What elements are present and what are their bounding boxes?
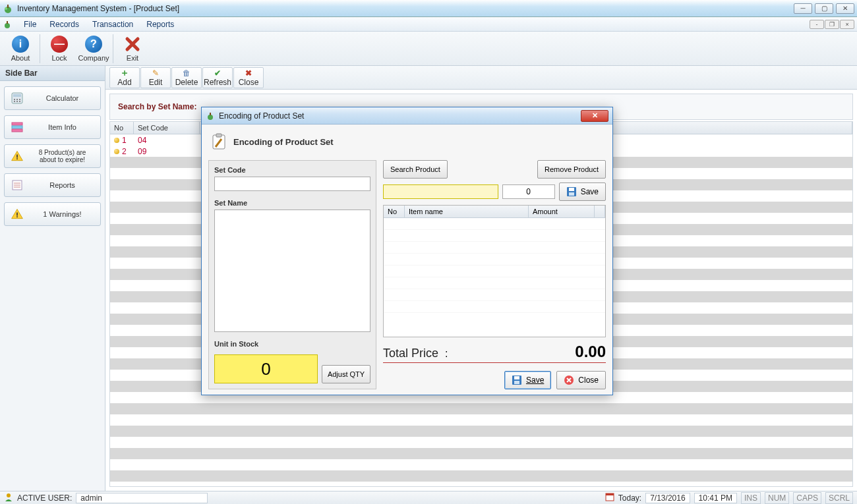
sidebar-item-reports[interactable]: Reports bbox=[4, 173, 101, 197]
lock-label: Lock bbox=[51, 54, 67, 62]
dialog-close-label: Close bbox=[578, 376, 599, 385]
svg-point-7 bbox=[14, 99, 15, 100]
set-code-input[interactable] bbox=[214, 177, 370, 191]
cell-code: 09 bbox=[134, 147, 200, 156]
mdi-close-button[interactable]: × bbox=[840, 20, 854, 29]
dialog-app-icon bbox=[206, 111, 215, 121]
svg-rect-13 bbox=[12, 123, 22, 125]
no-entry-icon: — bbox=[51, 36, 68, 53]
add-button[interactable]: ＋Add bbox=[109, 67, 140, 88]
svg-rect-27 bbox=[216, 134, 222, 137]
window-titlebar: Inventory Management System - [Product S… bbox=[0, 0, 857, 17]
unit-in-stock-label: Unit in Stock bbox=[214, 340, 370, 348]
cell-no: 2 bbox=[110, 147, 134, 156]
adjust-qty-button[interactable]: Adjust QTY bbox=[322, 365, 370, 383]
save-disk-icon bbox=[512, 375, 522, 385]
save-line-button[interactable]: Save bbox=[559, 182, 606, 201]
sidebar-item-warnings[interactable]: 1 Warnings! bbox=[4, 202, 101, 226]
menu-bar: File Records Transaction Reports - ❐ × bbox=[0, 17, 857, 32]
svg-point-35 bbox=[7, 493, 11, 497]
refresh-button[interactable]: ✔Refresh bbox=[202, 67, 233, 88]
total-price-label: Total Price bbox=[383, 347, 438, 360]
save-disk-icon bbox=[566, 186, 577, 197]
dialog-close-button[interactable]: Close bbox=[556, 371, 606, 389]
quantity-input[interactable] bbox=[502, 184, 555, 199]
delete-label: Delete bbox=[175, 78, 198, 87]
sidebar-item-calculator[interactable]: Calculator bbox=[4, 86, 101, 110]
mdi-restore-button[interactable]: ❐ bbox=[825, 20, 839, 29]
toolbar-separator bbox=[113, 34, 113, 63]
dialog-save-label: Save bbox=[526, 376, 544, 385]
mdi-minimize-button[interactable]: - bbox=[810, 20, 824, 29]
company-button[interactable]: ? Company bbox=[77, 33, 110, 65]
grid-col-setcode[interactable]: Set Code bbox=[134, 122, 200, 134]
set-code-label: Set Code bbox=[214, 166, 370, 174]
window-minimize-button[interactable]: ─ bbox=[794, 3, 812, 14]
sidebar-item-expiring[interactable]: 8 Product(s) are about to expire! bbox=[4, 144, 101, 168]
itemgrid-col-no[interactable]: No bbox=[384, 206, 405, 217]
svg-rect-14 bbox=[12, 126, 22, 128]
delete-button[interactable]: 🗑Delete bbox=[171, 67, 202, 88]
search-label: Search by Set Name: bbox=[118, 102, 196, 111]
today-label: Today: bbox=[618, 493, 641, 503]
active-user-value: admin bbox=[76, 493, 208, 503]
main-toolbar: i About — Lock ? Company Exit bbox=[0, 32, 857, 66]
warning-icon bbox=[10, 207, 24, 221]
sidebar-item-iteminfo[interactable]: Item Info bbox=[4, 115, 101, 139]
edit-label: Edit bbox=[149, 78, 163, 87]
set-name-label: Set Name bbox=[214, 199, 370, 207]
dialog-left-panel: Set Code Set Name Unit in Stock 0 Adjust… bbox=[208, 160, 376, 389]
search-product-button[interactable]: Search Product bbox=[383, 160, 448, 179]
menu-records[interactable]: Records bbox=[43, 18, 86, 30]
window-maximize-button[interactable]: ▢ bbox=[815, 3, 833, 14]
exit-button[interactable]: Exit bbox=[116, 33, 149, 65]
menu-file[interactable]: File bbox=[17, 18, 43, 30]
remove-product-button[interactable]: Remove Product bbox=[537, 160, 606, 179]
refresh-label: Refresh bbox=[204, 78, 231, 87]
dialog-close-x-button[interactable]: ✕ bbox=[581, 110, 608, 122]
total-price-value: 0.00 bbox=[455, 343, 606, 361]
lock-button[interactable]: — Lock bbox=[43, 33, 76, 65]
menu-reports[interactable]: Reports bbox=[140, 18, 181, 30]
sidebar-item-label: Calculator bbox=[30, 94, 95, 102]
dialog-right-panel: Search Product Remove Product Save No I bbox=[383, 160, 606, 389]
product-search-field[interactable] bbox=[383, 184, 498, 199]
svg-point-10 bbox=[14, 101, 15, 102]
active-user-label: ACTIVE USER: bbox=[17, 493, 72, 503]
cell-no: 1 bbox=[110, 136, 134, 145]
status-chip-scrl: SCRL bbox=[825, 492, 853, 504]
question-icon: ? bbox=[85, 36, 102, 53]
status-bar: ACTIVE USER: admin Today: 7/13/2016 10:4… bbox=[0, 491, 857, 504]
total-colon: : bbox=[445, 348, 448, 360]
about-button[interactable]: i About bbox=[4, 33, 37, 65]
dialog-save-button[interactable]: Save bbox=[504, 371, 551, 389]
user-icon bbox=[4, 492, 13, 503]
menu-transaction[interactable]: Transaction bbox=[86, 18, 140, 30]
itemgrid-col-itemname[interactable]: Item name bbox=[405, 206, 529, 217]
company-label: Company bbox=[78, 54, 109, 62]
status-date: 7/13/2016 bbox=[645, 493, 690, 503]
svg-rect-30 bbox=[569, 192, 574, 196]
dialog-heading-text: Encoding of Product Set bbox=[233, 137, 334, 147]
exit-x-icon bbox=[124, 36, 141, 53]
edit-button[interactable]: ✎Edit bbox=[140, 67, 171, 88]
sidebar-item-label: Item Info bbox=[30, 123, 95, 131]
status-chip-num: NUM bbox=[765, 492, 789, 504]
dialog-titlebar[interactable]: Encoding of Product Set ✕ bbox=[202, 107, 612, 125]
item-list-icon bbox=[10, 120, 24, 134]
item-grid[interactable]: No Item name Amount bbox=[383, 205, 606, 337]
set-name-textarea[interactable] bbox=[214, 210, 370, 332]
svg-rect-32 bbox=[514, 376, 519, 379]
grid-col-no[interactable]: No bbox=[110, 122, 134, 134]
unit-in-stock-value: 0 bbox=[214, 354, 318, 383]
dialog-heading: Encoding of Product Set bbox=[208, 130, 606, 156]
itemgrid-col-amount[interactable]: Amount bbox=[529, 206, 595, 217]
close-button[interactable]: ✖Close bbox=[233, 67, 264, 88]
sidebar-item-label: Reports bbox=[30, 181, 95, 189]
plus-icon: ＋ bbox=[120, 69, 129, 78]
sidebar-item-label: 1 Warnings! bbox=[30, 210, 95, 218]
reports-icon bbox=[10, 178, 24, 192]
x-icon: ✖ bbox=[244, 69, 253, 78]
toolbar-separator bbox=[40, 34, 40, 63]
window-close-button[interactable]: ✕ bbox=[836, 3, 854, 14]
